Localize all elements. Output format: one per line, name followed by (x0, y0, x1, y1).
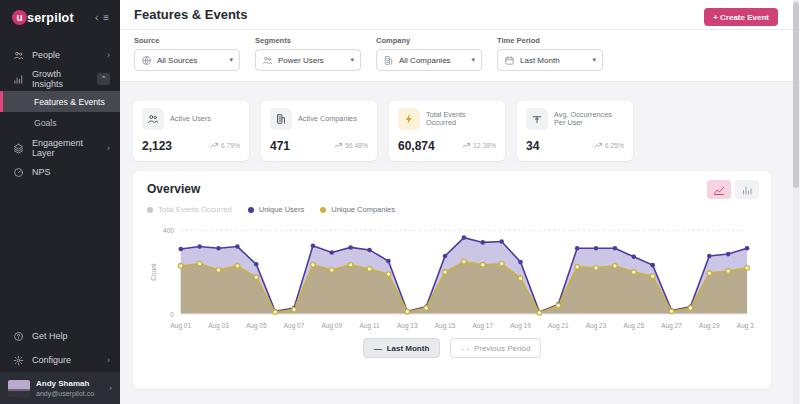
stat-card-total-events: Total Events Occurred 60,874 12.38% (389, 101, 505, 161)
growth-insights-icon (13, 74, 24, 85)
period-button-label: Last Month (387, 344, 430, 353)
logo-text: serpilot (27, 11, 74, 25)
sidebar-item-configure[interactable]: Configure › (0, 348, 120, 372)
legend-label: Unique Users (259, 205, 304, 214)
dropdown-value: Power Users (278, 56, 324, 65)
sidebar-subitem-label: Goals (34, 118, 56, 128)
bar-chart-toggle-button[interactable] (735, 180, 759, 199)
lightning-icon (398, 108, 420, 130)
svg-text:Aug 19: Aug 19 (510, 322, 531, 330)
user-profile[interactable]: Andy Shamah andy@userpilot.co › (0, 372, 120, 404)
stat-change: 6.79% (221, 142, 240, 149)
filter-source: Source All Sources ▾ (134, 36, 240, 71)
stat-label: Active Companies (298, 115, 357, 123)
user-email: andy@userpilot.co (36, 390, 94, 397)
stat-card-avg-occurrences: Avg. Occurrences Per User 34 6.25% (517, 101, 633, 161)
dropdown-value: All Sources (157, 56, 197, 65)
legend-dot-icon (147, 207, 153, 213)
stat-value: 60,874 (398, 139, 435, 153)
dropdown-value: Last Month (520, 56, 560, 65)
sidebar-item-label: Configure (32, 355, 71, 365)
trend-up-icon (462, 141, 471, 150)
svg-text:Aug 25: Aug 25 (624, 322, 645, 330)
svg-text:Aug 13: Aug 13 (397, 322, 418, 330)
svg-text:400: 400 (163, 227, 174, 234)
filter-label: Segments (255, 36, 361, 45)
calendar-icon (504, 55, 515, 66)
sidebar-item-label: People (32, 50, 60, 60)
stat-value: 34 (526, 139, 539, 153)
legend-unique-companies[interactable]: Unique Companies (320, 205, 395, 214)
filter-bar: Source All Sources ▾ Segments Power User… (120, 30, 800, 82)
scrollbar-track[interactable] (793, 0, 799, 404)
period-buttons: — Last Month - - Previous Period (147, 338, 757, 358)
sidebar-item-growth-insights[interactable]: Growth Insights ⌃ (0, 67, 120, 91)
stats-row: Active Users 2,123 6.79% Active Companie… (133, 101, 800, 161)
chart-type-toggles (707, 180, 759, 199)
solid-line-icon: — (374, 344, 382, 353)
sidebar-item-label: Growth Insights (32, 69, 89, 89)
scrollbar-thumb[interactable] (793, 2, 799, 188)
userpilot-logo-icon: u (12, 10, 27, 25)
topbar: Features & Events (120, 0, 800, 30)
svg-text:Aug 07: Aug 07 (284, 322, 305, 330)
people-icon (262, 55, 273, 66)
sidebar-subitem-label: Features & Events (34, 97, 105, 107)
legend-label: Unique Companies (331, 205, 395, 214)
segments-dropdown[interactable]: Power Users ▾ (255, 49, 361, 71)
help-icon (13, 331, 24, 342)
create-event-button[interactable]: + Create Event (704, 8, 778, 26)
sidebar-item-nps[interactable]: NPS (0, 160, 120, 184)
caret-down-icon: ▾ (229, 56, 233, 64)
svg-text:Aug 23: Aug 23 (586, 322, 607, 330)
dropdown-value: All Companies (399, 56, 451, 65)
caret-down-icon: ▾ (592, 56, 596, 64)
sidebar-item-features-events[interactable]: Features & Events (0, 91, 120, 112)
filter-label: Source (134, 36, 240, 45)
sidebar-item-engagement-layer[interactable]: Engagement Layer › (0, 136, 120, 160)
stat-label: Total Events Occurred (426, 111, 496, 128)
filter-label: Company (376, 36, 482, 45)
page-title: Features & Events (134, 7, 247, 22)
filter-time-period: Time Period Last Month ▾ (497, 36, 603, 71)
sidebar-item-label: Engagement Layer (32, 138, 99, 158)
time-period-dropdown[interactable]: Last Month ▾ (497, 49, 603, 71)
legend-dot-icon (248, 207, 254, 213)
globe-icon (141, 55, 152, 66)
average-icon (526, 108, 548, 130)
line-chart-toggle-button[interactable] (707, 180, 731, 199)
sidebar-item-goals[interactable]: Goals (0, 112, 120, 133)
legend-total-events[interactable]: Total Events Occurred (147, 205, 232, 214)
overview-card: Overview Total Events Occurred Unique Us… (133, 171, 771, 389)
previous-period-button[interactable]: - - Previous Period (450, 338, 541, 358)
bar-chart-icon (741, 184, 753, 196)
source-dropdown[interactable]: All Sources ▾ (134, 49, 240, 71)
stat-value: 2,123 (142, 139, 172, 153)
svg-text:Count: Count (150, 263, 157, 280)
filter-label: Time Period (497, 36, 603, 45)
svg-text:Aug 05: Aug 05 (246, 322, 267, 330)
gear-icon (13, 355, 24, 366)
sidebar-item-get-help[interactable]: Get Help (0, 324, 120, 348)
caret-down-icon: ▾ (350, 56, 354, 64)
chevron-right-icon: › (107, 50, 110, 60)
line-chart-icon (713, 184, 725, 196)
filter-company: Company All Companies ▾ (376, 36, 482, 71)
dashed-line-icon: - - (461, 344, 469, 353)
main-content: Features & Events + Create Event Source … (120, 0, 800, 404)
legend-unique-users[interactable]: Unique Users (248, 205, 304, 214)
users-icon (142, 108, 164, 130)
sidebar-collapse-icon[interactable]: ‹ ≡ (95, 12, 110, 23)
stat-change: 12.38% (473, 142, 496, 149)
svg-text:Aug 15: Aug 15 (435, 322, 456, 330)
chevron-up-icon[interactable]: ⌃ (97, 73, 110, 85)
svg-text:Aug 11: Aug 11 (360, 322, 380, 330)
legend-label: Total Events Occurred (158, 205, 232, 214)
sidebar-item-people[interactable]: People › (0, 43, 120, 67)
trend-up-icon (210, 141, 219, 150)
stat-change: 6.25% (605, 142, 624, 149)
last-month-button[interactable]: — Last Month (363, 338, 441, 358)
period-button-label: Previous Period (474, 344, 530, 353)
companies-icon (270, 108, 292, 130)
company-dropdown[interactable]: All Companies ▾ (376, 49, 482, 71)
